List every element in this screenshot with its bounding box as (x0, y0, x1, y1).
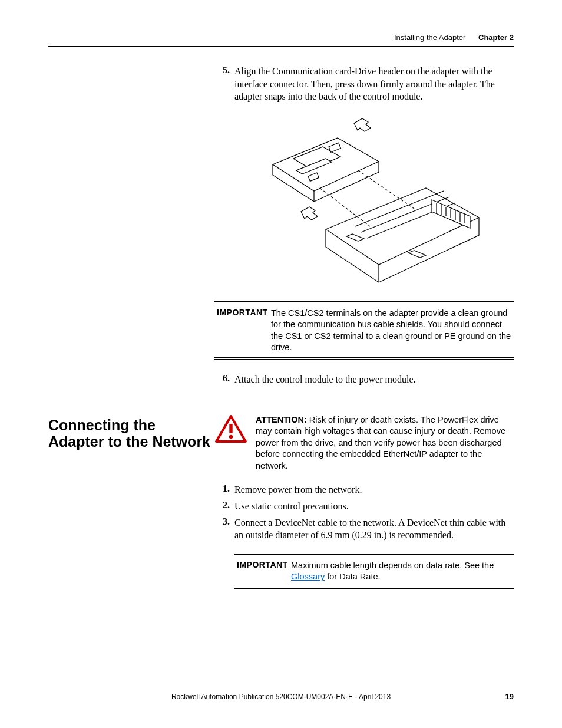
step-number: 1. (214, 483, 234, 496)
net-step-3: 3. Connect a DeviceNet cable to the netw… (214, 516, 514, 542)
glossary-link[interactable]: Glossary (291, 572, 325, 581)
section-heading: Connecting the Adapter to the Network (48, 417, 214, 451)
step-text: Remove power from the network. (234, 483, 514, 496)
attention-icon (214, 414, 247, 446)
step-number: 5. (214, 65, 234, 103)
important-text: The CS1/CS2 terminals on the adapter pro… (271, 308, 511, 354)
important2-pre: Maximum cable length depends on data rat… (291, 561, 494, 570)
attention-callout: ATTENTION: Risk of injury or death exist… (214, 414, 514, 472)
step-text: Use static control precautions. (234, 500, 514, 513)
important-text: Maximum cable length depends on data rat… (291, 560, 511, 583)
important-box-2: IMPORTANT Maximum cable length depends o… (234, 554, 514, 589)
step-text: Attach the control module to the power m… (234, 373, 514, 386)
svg-point-3 (229, 434, 233, 438)
important-label: IMPORTANT (217, 308, 271, 354)
step-number: 2. (214, 500, 234, 513)
step-text: Connect a DeviceNet cable to the network… (234, 516, 514, 542)
header-section: Installing the Adapter (394, 33, 465, 42)
footer-publication: Rockwell Automation Publication 520COM-U… (48, 693, 514, 701)
net-step-1: 1. Remove power from the network. (214, 483, 514, 496)
page-number: 19 (505, 692, 514, 701)
svg-rect-2 (229, 424, 232, 433)
header-rule (48, 46, 514, 47)
step-6: 6. Attach the control module to the powe… (214, 373, 514, 386)
running-header: Installing the Adapter Chapter 2 (394, 33, 514, 42)
net-step-2: 2. Use static control precautions. (214, 500, 514, 513)
important-label: IMPORTANT (237, 560, 291, 583)
important-box-1: IMPORTANT The CS1/CS2 terminals on the a… (214, 301, 514, 360)
step-5: 5. Align the Communication card-Drive he… (214, 65, 514, 103)
attention-text: ATTENTION: Risk of injury or death exist… (256, 414, 514, 472)
step-text: Align the Communication card-Drive heade… (234, 65, 514, 103)
adapter-install-figure (214, 111, 514, 291)
header-chapter: Chapter 2 (478, 33, 514, 42)
step-number: 6. (214, 373, 234, 386)
important2-post: for Data Rate. (325, 572, 380, 581)
attention-label: ATTENTION: (256, 415, 307, 424)
step-number: 3. (214, 516, 234, 542)
